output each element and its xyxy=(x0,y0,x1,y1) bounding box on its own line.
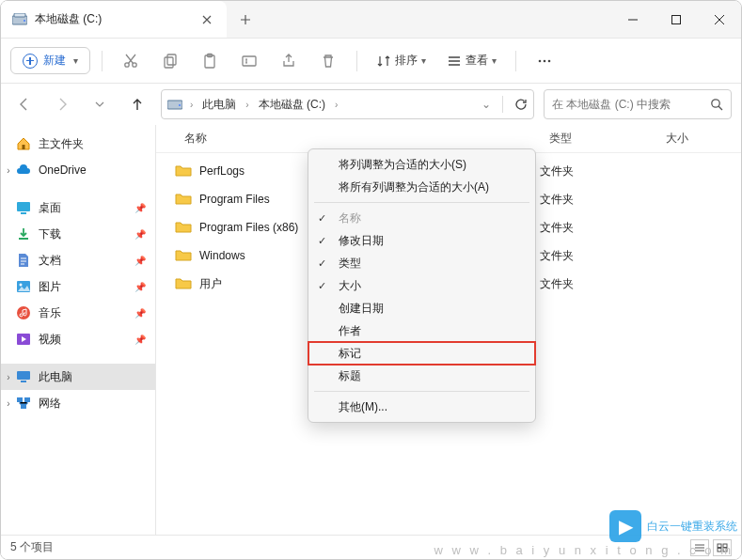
plus-icon xyxy=(23,54,38,69)
ctx-date-modified[interactable]: ✓修改日期 xyxy=(308,229,535,252)
sidebar-item-documents[interactable]: 文档 📌 xyxy=(1,247,155,273)
breadcrumb-thispc[interactable]: 此电脑 xyxy=(200,95,238,115)
sidebar-item-label: 视频 xyxy=(39,332,61,348)
svg-rect-24 xyxy=(17,371,30,380)
sidebar-item-home[interactable]: 主文件夹 xyxy=(1,131,155,157)
chevron-right-icon[interactable]: › xyxy=(3,398,14,409)
view-icon xyxy=(447,54,462,69)
sidebar-item-network[interactable]: › 网络 xyxy=(1,390,155,416)
column-name[interactable]: 名称 xyxy=(156,131,391,147)
rename-button[interactable] xyxy=(232,46,266,76)
minimize-button[interactable] xyxy=(611,1,655,38)
svg-rect-19 xyxy=(21,212,26,214)
tab-active[interactable]: 本地磁盘 (C:) xyxy=(1,1,227,38)
ctx-author[interactable]: 作者 xyxy=(308,319,535,342)
paste-button[interactable] xyxy=(193,46,227,76)
sidebar-item-label: 网络 xyxy=(39,396,61,412)
sort-icon xyxy=(376,54,391,69)
folder-icon xyxy=(175,249,192,262)
address-bar[interactable]: › 此电脑 › 本地磁盘 (C:) › ⌄ xyxy=(161,89,534,119)
file-name: Program Files xyxy=(199,193,270,206)
svg-point-21 xyxy=(20,284,23,287)
computer-icon xyxy=(16,369,31,384)
sidebar-item-onedrive[interactable]: › OneDrive xyxy=(1,157,155,183)
share-button[interactable] xyxy=(272,46,306,76)
search-input[interactable] xyxy=(552,98,710,111)
ctx-fit-column[interactable]: 将列调整为合适的大小(S) xyxy=(308,153,535,176)
folder-icon xyxy=(175,277,192,290)
sidebar-item-label: OneDrive xyxy=(39,163,87,177)
sidebar-item-videos[interactable]: 视频 📌 xyxy=(1,326,155,352)
more-button[interactable] xyxy=(528,46,561,76)
chevron-right-icon[interactable]: › xyxy=(333,100,339,110)
address-row: › 此电脑 › 本地磁盘 (C:) › ⌄ xyxy=(1,84,741,125)
svg-point-15 xyxy=(179,104,181,106)
cut-button[interactable] xyxy=(114,46,148,76)
search-box[interactable] xyxy=(544,89,732,119)
pin-icon: 📌 xyxy=(134,256,146,266)
sidebar-item-thispc[interactable]: › 此电脑 xyxy=(1,364,155,390)
sidebar-item-music[interactable]: 音乐 📌 xyxy=(1,300,155,326)
file-name: Windows xyxy=(199,249,245,262)
forward-button[interactable] xyxy=(48,90,76,118)
file-type: 文件夹 xyxy=(540,241,574,270)
svg-point-2 xyxy=(24,20,25,22)
copy-button[interactable] xyxy=(153,46,187,76)
file-name: Program Files (x86) xyxy=(199,221,298,234)
cloud-icon xyxy=(16,163,31,178)
tab-close-button[interactable] xyxy=(198,11,215,28)
new-tab-button[interactable] xyxy=(227,1,264,38)
chevron-right-icon[interactable]: › xyxy=(244,100,250,110)
new-button[interactable]: 新建 ▾ xyxy=(10,47,90,74)
ctx-more[interactable]: 其他(M)... xyxy=(308,396,535,418)
watermark-text: 白云一键重装系统 xyxy=(647,519,737,535)
delete-button[interactable] xyxy=(311,46,345,76)
column-type[interactable]: 类型 xyxy=(540,131,634,147)
drive-icon xyxy=(167,98,182,111)
sidebar-item-desktop[interactable]: 桌面 📌 xyxy=(1,194,155,221)
sidebar-item-downloads[interactable]: 下载 📌 xyxy=(1,221,155,247)
ctx-title[interactable]: 标题 xyxy=(308,365,535,387)
ctx-date-created[interactable]: 创建日期 xyxy=(308,297,535,319)
svg-rect-3 xyxy=(672,15,681,23)
search-icon[interactable] xyxy=(710,98,723,111)
recent-dropdown[interactable] xyxy=(86,90,114,118)
chevron-right-icon[interactable]: › xyxy=(188,100,195,110)
svg-point-22 xyxy=(17,306,30,319)
svg-point-13 xyxy=(548,59,551,62)
breadcrumb-drive[interactable]: 本地磁盘 (C:) xyxy=(257,95,327,115)
column-size[interactable]: 大小 xyxy=(656,131,698,147)
pin-icon: 📌 xyxy=(134,203,146,213)
pictures-icon xyxy=(16,279,31,294)
refresh-button[interactable] xyxy=(514,98,528,111)
home-icon xyxy=(16,136,31,151)
up-button[interactable] xyxy=(123,90,151,118)
sort-button[interactable]: 排序 ▾ xyxy=(369,49,434,72)
chevron-right-icon[interactable]: › xyxy=(3,372,14,382)
view-button[interactable]: 查看 ▾ xyxy=(439,49,504,72)
folder-icon xyxy=(175,164,192,178)
chevron-right-icon[interactable]: › xyxy=(3,165,14,176)
sidebar-item-label: 图片 xyxy=(39,279,61,295)
svg-rect-25 xyxy=(21,381,26,382)
address-dropdown[interactable]: ⌄ xyxy=(482,98,491,111)
ctx-fit-all[interactable]: 将所有列调整为合适的大小(A) xyxy=(308,176,535,198)
watermark: ▶ 白云一键重装系统 xyxy=(609,510,737,542)
tab-title: 本地磁盘 (C:) xyxy=(35,11,198,27)
window-controls xyxy=(611,1,741,38)
check-icon: ✓ xyxy=(318,280,326,292)
chevron-down-icon: ▾ xyxy=(492,55,497,66)
maximize-button[interactable] xyxy=(655,1,698,38)
ctx-type[interactable]: ✓类型 xyxy=(308,252,535,274)
view-label: 查看 xyxy=(466,53,488,69)
sidebar-item-pictures[interactable]: 图片 📌 xyxy=(1,273,155,300)
svg-point-11 xyxy=(539,59,542,62)
ctx-size[interactable]: ✓大小 xyxy=(308,274,535,297)
close-button[interactable] xyxy=(698,1,741,38)
ctx-tags[interactable]: 标记 xyxy=(308,342,535,365)
back-button[interactable] xyxy=(10,90,39,118)
ctx-name: ✓名称 xyxy=(308,207,535,229)
sidebar-item-label: 文档 xyxy=(39,253,61,269)
pin-icon: 📌 xyxy=(134,229,146,240)
desktop-icon xyxy=(16,200,31,215)
